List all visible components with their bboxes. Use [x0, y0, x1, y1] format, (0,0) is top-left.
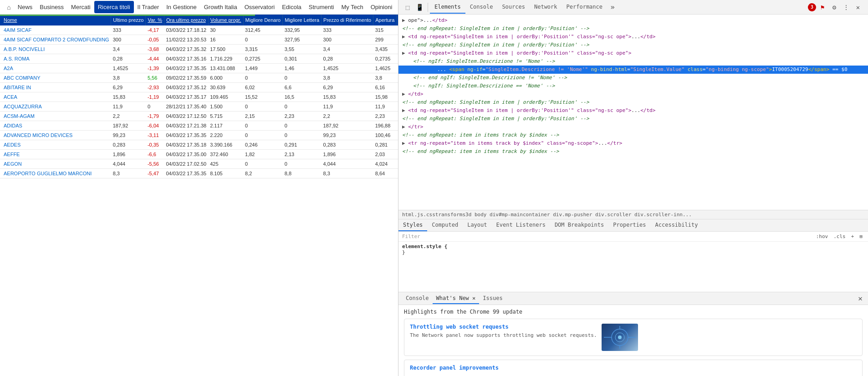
styles-tab-dom-breakpoints[interactable]: DOM Breakpoints [550, 219, 608, 231]
html-tree-line[interactable]: ▶ ope">...</td> [398, 16, 868, 25]
more-tabs-icon[interactable]: » [607, 2, 618, 13]
table-header-ora_ultimo_prezzo[interactable]: Ora ultimo prezzo [164, 15, 208, 25]
table-cell[interactable]: ACSM-AGAM [0, 112, 111, 121]
html-tree-line[interactable]: <!-- end ngIf: SingleItem.Descrizione !=… [398, 74, 868, 82]
html-tree-line[interactable]: <!-- end ngRepeat: SingleItem in item | … [398, 98, 868, 107]
table-cell[interactable]: 4AIM SICAF COMPARTO 2 CROWDFUNDING [0, 35, 111, 45]
add-style-btn[interactable]: + [849, 233, 856, 240]
nav-item-ricerca-titoli[interactable]: Ricerca titoli [94, 1, 134, 13]
devtools-tab-console[interactable]: Console [465, 1, 498, 14]
html-tree-line[interactable]: ▶ </tr> [398, 123, 868, 131]
html-tree-line[interactable]: ▶ <td ng-repeat="SingleItem in item | or… [398, 49, 868, 57]
breadcrumb-item[interactable]: div.mp-pusher [553, 212, 592, 218]
table-cell[interactable]: A2A [0, 64, 111, 73]
html-tree-line[interactable]: <!-- end ngRepeat: SingleItem in item | … [398, 25, 868, 33]
breadcrumb-item[interactable]: div.scroller-inn... [634, 212, 692, 218]
html-tree-line[interactable]: <!-- end ngRepeat: item in items track b… [398, 131, 868, 139]
inspect-icon[interactable]: ⬚ [402, 2, 413, 13]
nav-item-opinioni[interactable]: Opinioni [367, 1, 394, 13]
nav-item-growth-italia[interactable]: Growth Italia [200, 1, 241, 13]
nav-item-mercati[interactable]: Mercati [67, 1, 94, 13]
nav-item-my-tech[interactable]: My Tech [337, 1, 367, 13]
nav-item-osservatori[interactable]: Osservatori [241, 1, 278, 13]
more-icon[interactable]: ⋮ [841, 2, 852, 13]
home-icon[interactable]: ⌂ [4, 1, 14, 14]
drawer-card-title[interactable]: Recorder panel improvements [410, 365, 499, 371]
table-cell[interactable]: ACQUAZZURRA [0, 102, 111, 112]
table-cell[interactable]: ABC COMPANY [0, 73, 111, 83]
nav-item-in-gestione[interactable]: In Gestione [163, 1, 200, 13]
drawer-card-title[interactable]: Throttling web socket requests [410, 324, 597, 330]
table-header-codice_isin[interactable]: Codice ISIN [397, 15, 398, 25]
table-header-prezzo_di_riferimento[interactable]: Prezzo di Riferimento [322, 15, 373, 25]
table-cell: 2,23 [373, 112, 397, 121]
table-cell[interactable]: AEGON [0, 159, 111, 169]
table-cell: DE000A1EWWW0 [397, 121, 398, 131]
flag-icon[interactable]: ⚑ [817, 2, 828, 13]
table-cell[interactable]: A.B.P. NOCIVELLI [0, 45, 111, 54]
styles-tab-layout[interactable]: Layout [463, 219, 491, 231]
styles-tab-event-listeners[interactable]: Event Listeners [492, 219, 550, 231]
html-tree-line[interactable]: ▶ </td> [398, 90, 868, 98]
html-tree-line[interactable]: <!-- end ngRepeat: SingleItem in item | … [398, 115, 868, 123]
devtools-tab-elements[interactable]: Elements [430, 1, 465, 14]
styles-tab-properties[interactable]: Properties [608, 219, 650, 231]
table-cell[interactable]: AEROPORTO GUGLIELMO MARCONI [0, 169, 111, 178]
table-header-var._%[interactable]: Var. % [146, 15, 164, 25]
hov-filter-btn[interactable]: :hov [814, 233, 830, 240]
table-cell[interactable]: ADVANCED MICRO DEVICES [0, 131, 111, 140]
devtools-tab-performance[interactable]: Performance [562, 1, 607, 14]
table-header-volume_progr.[interactable]: Volume progr. [208, 15, 243, 25]
table-cell[interactable]: ADIDAS [0, 121, 111, 131]
nav-item-strumenti[interactable]: Strumenti [305, 1, 338, 13]
cls-filter-btn[interactable]: .cls [832, 233, 848, 240]
table-header-migliore_lettera[interactable]: Migliore Lettera [283, 15, 322, 25]
styles-tab-accessibility[interactable]: Accessibility [651, 219, 703, 231]
html-tree-line[interactable]: ... <span ng-if="SingleItem.Descrizione … [398, 66, 868, 74]
styles-tab-computed[interactable]: Computed [427, 219, 463, 231]
drawer-tab-whats-new[interactable]: What's New ✕ [433, 293, 480, 304]
nav-item-il-trader[interactable]: Il Trader [134, 1, 163, 13]
table-cell[interactable]: ACEA [0, 92, 111, 102]
filter-input[interactable] [422, 234, 814, 239]
close-devtools-icon[interactable]: ✕ [853, 2, 863, 13]
settings-icon[interactable]: ⚙ [829, 2, 840, 13]
html-tree-line[interactable]: ▶ <td ng-repeat="SingleItem in item | or… [398, 107, 868, 115]
more-filter-btn[interactable]: ⊞ [858, 233, 864, 240]
breadcrumb-item[interactable]: body [475, 212, 487, 218]
html-tree-line[interactable]: <!-- ngIf: SingleItem.Descrizione != 'No… [398, 57, 868, 66]
nav-item-business[interactable]: Business [36, 1, 67, 13]
devtools-tab-network[interactable]: Network [530, 1, 562, 14]
table-cell[interactable]: A.S. ROMA [0, 54, 111, 64]
table-cell[interactable]: AEFFE [0, 150, 111, 159]
breadcrumb-item[interactable]: div.scroller [595, 212, 631, 218]
drawer-tab-issues[interactable]: Issues [479, 293, 506, 304]
breadcrumb-item[interactable]: html.js.csstransforms3d [402, 212, 471, 218]
breadcrumb-item[interactable]: div#mp-maincontainer [490, 212, 550, 218]
table-cell: 99,23 [111, 131, 146, 140]
nav-item-news[interactable]: News [14, 1, 36, 13]
table-cell[interactable]: 4AIM SICAF [0, 25, 111, 35]
table-cell: 0 [283, 102, 322, 112]
table-cell: 15,98 [373, 92, 397, 102]
drawer-tab-console[interactable]: Console [402, 293, 433, 304]
table-header-apertura[interactable]: Apertura [373, 15, 397, 25]
device-icon[interactable]: 📱 [414, 2, 425, 13]
html-tree-line[interactable]: ▶ <td ng-repeat="SingleItem in item | or… [398, 33, 868, 41]
html-tree-line[interactable]: <!-- end ngRepeat: SingleItem in item | … [398, 41, 868, 49]
styles-tab-styles[interactable]: Styles [398, 219, 427, 231]
close-drawer-button[interactable]: ✕ [856, 294, 864, 303]
html-tree-line[interactable]: <!-- end ngRepeat: item in items track b… [398, 147, 868, 156]
table-cell: IT0005439861 [397, 45, 398, 54]
table-cell[interactable]: ABITARE IN [0, 83, 111, 92]
table-cell[interactable]: AEDES [0, 140, 111, 150]
close-whatsnew-tab[interactable]: ✕ [469, 295, 475, 301]
table-header-nome[interactable]: Nome [0, 15, 111, 25]
devtools-tab-sources[interactable]: Sources [497, 1, 530, 14]
table-header-migliore_denaro[interactable]: Migliore Denaro [243, 15, 283, 25]
filter-label: Filter [402, 234, 420, 239]
table-header-ultimo_prezzo[interactable]: Ultimo prezzo [111, 15, 146, 25]
html-tree-line[interactable]: ▶ <tr ng-repeat="item in items track by … [398, 139, 868, 147]
nav-item-edicola[interactable]: Edicola [278, 1, 305, 13]
html-tree-line[interactable]: <!-- ngIf: SingleItem.Descrizione == 'No… [398, 82, 868, 90]
